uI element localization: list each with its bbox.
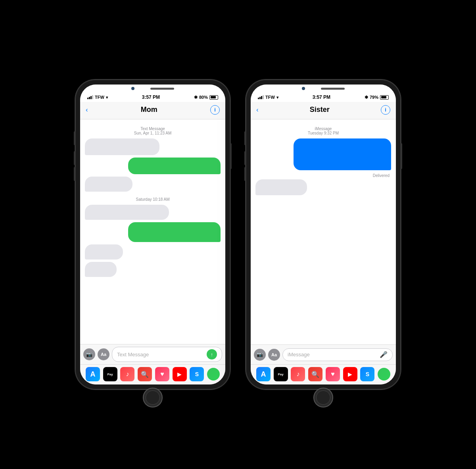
msg-row-3-mom (85, 177, 221, 192)
back-chevron-mom: ‹ (86, 106, 88, 114)
battery-body-sister (380, 95, 389, 100)
phones-container: TFW ▾ 3:57 PM ✱ 80% ‹ Mom (60, 64, 416, 405)
dock-music-mom[interactable]: ♪ (120, 367, 134, 381)
camera-dot-sister (302, 87, 305, 90)
dock-heart-mom[interactable]: ♥ (155, 367, 169, 381)
timestamp-2-mom: Saturday 10:18 AM (85, 197, 221, 202)
appstore-btn-mom[interactable]: Aa (98, 348, 109, 360)
status-right-mom: ✱ 80% (194, 95, 218, 100)
dock-heart-sister[interactable]: ♥ (326, 367, 340, 381)
bubble-5-mom (128, 222, 221, 242)
carrier-sister: TFW (265, 95, 275, 100)
search-icon-sister: 🔍 (311, 371, 319, 378)
battery-body-mom (209, 95, 218, 100)
delivered-label-sister: Delivered (255, 173, 391, 178)
msg-row-2-mom (85, 158, 221, 174)
dock-applepay-sister[interactable]: Pay (274, 367, 288, 381)
app-dock-mom: A Pay ♪ 🔍 ♥ ▶ S (80, 364, 225, 384)
msg-row-4-mom (85, 205, 221, 220)
bubble-1-sister (294, 138, 391, 170)
dock-appstore-mom[interactable]: A (86, 367, 100, 381)
camera-area-sister (251, 85, 396, 91)
message-field-sister[interactable]: iMessage 🎤 (282, 348, 393, 361)
dock-search-mom[interactable]: 🔍 (138, 367, 152, 381)
info-button-sister[interactable]: i (381, 105, 390, 115)
home-button-mom[interactable] (143, 388, 163, 407)
back-chevron-sister: ‹ (256, 106, 259, 114)
youtube-icon-sister: ▶ (348, 371, 352, 377)
timestamp-1-sister: iMessageTuesday 9:32 PM (255, 127, 391, 135)
info-button-mom[interactable]: i (210, 105, 220, 115)
applepay-icon-sister: Pay (278, 373, 284, 376)
message-placeholder-mom: Text Message (117, 352, 149, 358)
signal-bars-mom (87, 95, 93, 99)
status-left-sister: TFW ▾ (258, 95, 278, 100)
msg-row-5-mom (85, 222, 221, 242)
nav-bar-sister: ‹ Sister i (251, 102, 396, 119)
message-placeholder-sister: iMessage (288, 352, 310, 358)
status-right-sister: ✱ 79% (365, 95, 389, 100)
youtube-icon-mom: ▶ (177, 371, 182, 377)
nav-bar-mom: ‹ Mom i (80, 102, 225, 119)
dock-search-sister[interactable]: 🔍 (308, 367, 322, 381)
dock-appstore-sister[interactable]: A (256, 367, 271, 381)
status-bar-mom: TFW ▾ 3:57 PM ✱ 80% (80, 91, 225, 102)
appstore-btn-sister[interactable]: Aa (268, 349, 280, 361)
message-field-mom[interactable]: Text Message ↑ (112, 347, 222, 362)
iphone-sister: TFW ▾ 3:57 PM ✱ 79% ‹ Sister (246, 80, 401, 389)
dock-applepay-mom[interactable]: Pay (103, 367, 117, 381)
camera-btn-sister[interactable]: 📷 (254, 349, 266, 361)
battery-pct-sister: 79% (370, 95, 378, 100)
wifi-sister: ▾ (276, 95, 278, 100)
app-dock-sister: A Pay ♪ 🔍 ♥ ▶ S (251, 364, 396, 384)
iphone-mom-screen: TFW ▾ 3:57 PM ✱ 80% ‹ Mom (80, 85, 225, 384)
msg-row-6-mom (85, 244, 221, 259)
nav-title-mom: Mom (141, 106, 157, 114)
battery-fill-mom (211, 96, 216, 98)
bubble-6-mom (85, 244, 123, 259)
dock-more-sister[interactable] (378, 368, 390, 381)
back-button-mom[interactable]: ‹ (86, 106, 88, 114)
messages-area-sister[interactable]: iMessageTuesday 9:32 PM Delivered (251, 119, 396, 344)
shazam-icon-sister: S (366, 371, 369, 377)
iphone-sister-screen: TFW ▾ 3:57 PM ✱ 79% ‹ Sister (251, 85, 396, 384)
carrier-mom: TFW (95, 95, 104, 100)
home-button-sister[interactable] (313, 388, 333, 407)
dock-more-mom[interactable] (207, 368, 220, 381)
dock-shazam-sister[interactable]: S (360, 367, 374, 381)
status-bar-sister: TFW ▾ 3:57 PM ✱ 79% (251, 91, 396, 102)
camera-btn-mom[interactable]: 📷 (83, 348, 95, 360)
dock-youtube-mom[interactable]: ▶ (173, 367, 187, 381)
speaker-sister (321, 88, 345, 90)
time-mom: 3:57 PM (142, 94, 160, 100)
input-bar-mom: 📷 Aa Text Message ↑ (80, 344, 225, 364)
back-button-sister[interactable]: ‹ (256, 106, 259, 114)
dock-shazam-mom[interactable]: S (190, 367, 204, 381)
bluetooth-sister: ✱ (365, 95, 368, 100)
send-button-mom[interactable]: ↑ (207, 349, 217, 359)
bubble-2-sister (255, 179, 307, 195)
wifi-mom: ▾ (106, 95, 108, 100)
timestamp-1-mom: Text MessageSun, Apr 1, 11:23 AM (85, 127, 221, 135)
info-icon-mom: i (214, 107, 216, 113)
camera-dot-mom (131, 87, 134, 90)
input-bar-sister: 📷 Aa iMessage 🎤 (251, 344, 396, 364)
bubble-7-mom (85, 262, 117, 277)
shazam-icon-mom: S (195, 371, 199, 377)
nav-title-sister: Sister (310, 106, 330, 114)
music-icon-mom: ♪ (126, 371, 129, 378)
info-icon-sister: i (385, 107, 386, 113)
messages-area-mom[interactable]: Text MessageSun, Apr 1, 11:23 AM Saturda… (80, 119, 225, 344)
bubble-3-mom (85, 177, 132, 192)
mic-button-sister[interactable]: 🎤 (380, 351, 388, 358)
bubble-4-mom (85, 205, 169, 220)
iphone-mom: TFW ▾ 3:57 PM ✱ 80% ‹ Mom (75, 80, 230, 389)
heart-icon-mom: ♥ (160, 371, 164, 378)
speaker-mom (150, 88, 174, 90)
home-button-area-sister (251, 384, 396, 409)
dock-music-sister[interactable]: ♪ (291, 367, 305, 381)
time-sister: 3:57 PM (313, 94, 330, 100)
dock-youtube-sister[interactable]: ▶ (343, 367, 357, 381)
msg-row-2-sister (255, 179, 391, 195)
bluetooth-mom: ✱ (194, 95, 198, 100)
